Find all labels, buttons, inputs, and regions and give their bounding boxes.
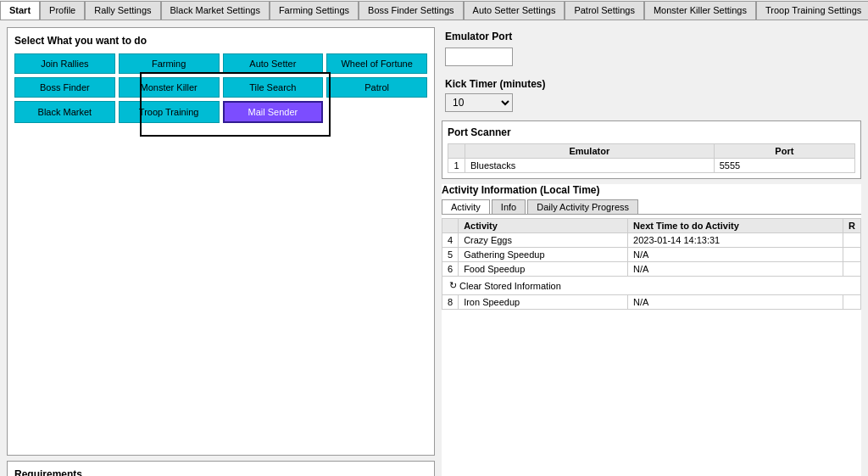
activity-row: 4 Crazy Eggs 2023-01-14 14:13:31 [442,233,861,248]
activity-row: 6 Food Speedup N/A [442,262,861,277]
scanner-table: Emulator Port 1 Bluestacks 5555 [448,143,855,173]
port-input[interactable]: 5555 [445,48,513,66]
refresh-icon: ↻ [449,280,457,291]
clear-stored-btn[interactable]: ↻ Clear Stored Information [448,278,563,293]
kick-timer-select[interactable]: 10 5 15 20 [445,93,513,112]
scanner-col-num [448,144,465,159]
tab-bar: Start Profile Rally Settings Black Marke… [0,0,868,20]
kick-timer-label: Kick Timer (minutes) [445,78,858,90]
tab-monster-killer[interactable]: Monster Killer Settings [644,1,756,20]
tab-auto-setter[interactable]: Auto Setter Settings [464,1,565,20]
tab-black-market[interactable]: Black Market Settings [161,1,270,20]
emulator-panel: Emulator Port 5555 Kick Timer (minutes) … [442,27,861,115]
activity-table: Activity Next Time to do Activity R 4 Cr… [442,218,861,310]
btn-boss-finder[interactable]: Boss Finder [14,77,115,98]
select-panel-title: Select What you want to do [14,35,427,47]
btn-join-rallies[interactable]: Join Rallies [14,53,115,74]
requirements-panel: Requirements Mail Sender Make sure to ke… [7,461,435,476]
tab-rally[interactable]: Rally Settings [85,1,160,20]
tab-farming[interactable]: Farming Settings [270,1,359,20]
clear-row: ↻ Clear Stored Information [442,277,861,295]
scanner-col-emulator: Emulator [465,144,715,159]
scanner-row-emulator: Bluestacks [465,159,715,173]
scanner-row: 1 Bluestacks 5555 [448,159,855,173]
activity-title: Activity Information (Local Time) [442,184,861,196]
btn-black-market[interactable]: Black Market [14,101,115,123]
activity-tabs: Activity Info Daily Activity Progress [442,199,861,215]
activity-tab-daily[interactable]: Daily Activity Progress [527,199,638,214]
select-panel: Select What you want to do Join Rallies … [7,27,435,456]
main-content: Select What you want to do Join Rallies … [0,20,868,476]
btn-wheel-of-fortune[interactable]: Wheel of Fortune [326,53,427,74]
activity-col-activity: Activity [459,219,628,233]
tab-troop-training[interactable]: Troop Training Settings [756,1,868,20]
activity-row: 5 Gathering Speedup N/A [442,248,861,262]
activity-col-num [442,219,459,233]
activity-tab-activity[interactable]: Activity [442,199,490,214]
btn-monster-killer[interactable]: Monster Killer [119,77,220,98]
activity-panel: Activity Information (Local Time) Activi… [442,184,861,476]
scanner-col-port: Port [714,144,854,159]
right-column: Emulator Port 5555 Kick Timer (minutes) … [442,27,861,476]
requirements-title: Requirements [14,468,427,476]
emulator-title: Emulator Port [445,31,858,42]
scanner-row-num: 1 [448,159,465,173]
btn-troop-training[interactable]: Troop Training [119,101,220,123]
btn-auto-setter[interactable]: Auto Setter [223,53,324,74]
tab-start[interactable]: Start [0,1,40,20]
btn-mail-sender[interactable]: Mail Sender [223,101,324,123]
tab-boss-finder[interactable]: Boss Finder Settings [359,1,464,20]
btn-patrol[interactable]: Patrol [326,77,427,98]
activity-row: 8 Iron Speedup N/A [442,295,861,310]
action-button-grid: Join Rallies Farming Auto Setter Wheel o… [14,53,427,123]
scanner-row-port: 5555 [714,159,854,173]
port-scanner-panel: Port Scanner Emulator Port 1 Bluestacks [442,120,861,179]
left-column: Select What you want to do Join Rallies … [7,27,435,476]
btn-tile-search[interactable]: Tile Search [223,77,324,98]
activity-tab-info[interactable]: Info [492,199,526,214]
btn-farming[interactable]: Farming [119,53,220,74]
activity-col-next: Next Time to do Activity [628,219,843,233]
tab-profile[interactable]: Profile [40,1,85,20]
activity-col-r: R [843,219,861,233]
port-scanner-title: Port Scanner [448,126,855,138]
tab-patrol[interactable]: Patrol Settings [565,1,644,20]
